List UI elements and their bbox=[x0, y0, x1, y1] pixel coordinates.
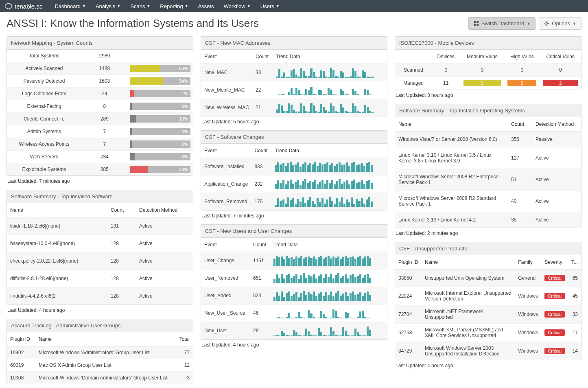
table-row[interactable]: Web Servers2348% bbox=[7, 151, 193, 163]
widget-csf-users: CSF - New Users and User Changes EventCo… bbox=[201, 224, 387, 348]
svg-rect-1 bbox=[474, 21, 476, 23]
table-row[interactable]: Linux Kernel 3.10 / Linux Kernel 3.5 / L… bbox=[395, 147, 581, 169]
last-updated: Last Updated: 4 hours ago bbox=[395, 360, 581, 368]
table-row[interactable]: Software_Removed175 bbox=[201, 193, 387, 210]
hexagon-icon bbox=[5, 2, 12, 10]
table-row[interactable]: Scanned0000 bbox=[395, 64, 581, 77]
table-row[interactable]: Logs Obtained From241% bbox=[7, 88, 193, 100]
table-row[interactable]: New_Wireless_MAC21 bbox=[201, 99, 387, 116]
trend-sparkline bbox=[276, 85, 374, 95]
widget-csf-unsupported: CSF - Unsupported Products Plugin IDName… bbox=[395, 242, 581, 368]
chevron-down-icon: ▼ bbox=[527, 22, 530, 26]
trend-sparkline bbox=[275, 196, 372, 207]
switch-dashboard-button[interactable]: Switch Dashboard ▼ bbox=[468, 17, 536, 30]
table-row[interactable]: New_Mobile_MAC22 bbox=[201, 81, 387, 99]
page-header: ANSSI I: Know the Information Systems an… bbox=[0, 12, 588, 36]
table-row[interactable]: Microsoft Windows Server 2008 R2 Standar… bbox=[395, 191, 581, 212]
table-row[interactable]: Clients Connect To28910% bbox=[7, 113, 193, 125]
table-row[interactable]: basesystem-10.0-4.el6|(none)128Active bbox=[7, 235, 193, 252]
severity-badge: Critical bbox=[544, 275, 565, 281]
chevron-down-icon: ▼ bbox=[185, 4, 188, 8]
top-navbar: tenable.sc Dashboard ▼Analysis ▼Scans ▼R… bbox=[0, 0, 588, 12]
severity-badge: Critical bbox=[544, 348, 565, 354]
table-row[interactable]: Microsoft Windows Server 2008 R2 Enterpr… bbox=[395, 169, 581, 191]
table-row[interactable]: Managed11252 bbox=[395, 77, 581, 90]
trend-sparkline bbox=[273, 273, 371, 283]
options-button[interactable]: Options ▼ bbox=[539, 17, 581, 30]
severity-badge: Critical bbox=[544, 293, 565, 299]
table-row[interactable]: Passively Detected160354% bbox=[7, 75, 193, 88]
trend-sparkline bbox=[275, 161, 372, 172]
trend-sparkline bbox=[276, 67, 374, 78]
table-row[interactable]: Wireless Access Points70% bbox=[7, 138, 193, 151]
trend-sparkline bbox=[273, 325, 371, 336]
last-updated: Last Updated: 3 hours ago bbox=[395, 90, 581, 98]
table-row[interactable]: Admin Systems70% bbox=[7, 125, 193, 138]
widget-account-tracking: Account Tracking - Administrative User G… bbox=[7, 319, 193, 388]
table-row[interactable]: Total Systems2989 bbox=[7, 50, 193, 62]
table-row[interactable]: Linux Kernel 3.13 / Linux Kernel 4.235Ac… bbox=[395, 212, 581, 228]
chevron-down-icon: ▼ bbox=[247, 4, 251, 8]
table-row[interactable]: Application_Change232 bbox=[201, 175, 387, 193]
nav-item-reporting[interactable]: Reporting ▼ bbox=[160, 3, 188, 9]
table-row[interactable]: findutils-4.4.2-6.el6|1128Active bbox=[7, 287, 193, 305]
table-row[interactable]: 84729Microsoft Windows Server 2003 Unsup… bbox=[395, 342, 581, 360]
table-row[interactable]: 60019Mac OS X Admin Group User List12 bbox=[7, 359, 193, 372]
nav-item-workflow[interactable]: Workflow ▼ bbox=[224, 3, 251, 9]
last-updated: Last Updated: 7 minutes ago bbox=[7, 176, 193, 184]
chevron-down-icon: ▼ bbox=[146, 4, 150, 8]
table-row[interactable]: Software_Installed833 bbox=[201, 158, 387, 175]
nav-item-dashboard[interactable]: Dashboard ▼ bbox=[55, 3, 86, 9]
table-row[interactable]: External-Facing80% bbox=[7, 100, 193, 113]
widget-iso-mobile: ISO/IEC27000 - Mobile Devices DevicesMed… bbox=[395, 36, 581, 98]
table-row[interactable]: diffutils-2.8.1-28.el6|(none)128Active bbox=[7, 270, 193, 287]
os-table: NameCountDetection MethodWindows Vista/7… bbox=[395, 117, 581, 228]
table-row[interactable]: Exploitable Systems88530% bbox=[7, 163, 193, 176]
table-row[interactable]: checkpolicy-2.0.22-1.el6|(none)128Active bbox=[7, 252, 193, 270]
table-row[interactable]: User_Added533 bbox=[201, 287, 387, 305]
trend-sparkline bbox=[273, 255, 371, 266]
dashboard-column-1: Network Mapping - System Counts Total Sy… bbox=[7, 36, 193, 388]
svg-rect-2 bbox=[477, 21, 479, 23]
widget-software-summary: Software Summary - Top Installed Softwar… bbox=[7, 190, 193, 313]
brand-logo[interactable]: tenable.sc bbox=[5, 2, 42, 10]
table-row[interactable]: User_Change1151 bbox=[201, 252, 387, 270]
table-row[interactable]: Windows Vista/7 or Server 2008 (Version … bbox=[395, 132, 581, 147]
table-row[interactable]: 33850Unsupported Unix Operating SystemGe… bbox=[395, 270, 581, 287]
dashboard-grid: Network Mapping - System Counts Total Sy… bbox=[0, 36, 588, 388]
nav-item-assets[interactable]: Assets bbox=[198, 3, 214, 9]
table-row[interactable]: 62758Microsoft XML Parser (MSXML) and XM… bbox=[395, 324, 581, 342]
table-row[interactable]: 72704Microsoft .NET Framework Unsupporte… bbox=[395, 305, 581, 324]
table-row[interactable]: 10902Microsoft Windows 'Administrators' … bbox=[7, 346, 193, 359]
widget-network-mapping: Network Mapping - System Counts Total Sy… bbox=[7, 36, 193, 184]
svg-rect-4 bbox=[477, 24, 479, 26]
table-row[interactable]: 10908Microsoft Windows 'Domain Administr… bbox=[7, 372, 193, 384]
last-updated: Last Updated: 5 hours ago bbox=[201, 116, 387, 125]
brand-text: tenable.sc bbox=[15, 3, 42, 10]
svg-marker-0 bbox=[6, 3, 11, 9]
page-title: ANSSI I: Know the Information Systems an… bbox=[7, 17, 259, 30]
last-updated: Last Updated: 7 minutes ago bbox=[201, 210, 387, 219]
nav-item-scans[interactable]: Scans ▼ bbox=[130, 3, 150, 9]
trend-sparkline bbox=[273, 308, 371, 318]
widget-title: CSF - Unsupported Products bbox=[395, 242, 581, 255]
nav-item-users[interactable]: Users ▼ bbox=[260, 3, 280, 9]
table-row[interactable]: Actively Scanned148850% bbox=[7, 62, 193, 75]
table-row[interactable]: 22024Microsoft Internet Explorer Unsuppo… bbox=[395, 287, 581, 305]
table-row[interactable]: User_Removed651 bbox=[201, 270, 387, 287]
table-row[interactable]: New_MAC33 bbox=[201, 64, 387, 81]
software-changes-table: EventCountTrend DataSoftware_Installed83… bbox=[201, 144, 387, 210]
table-row[interactable]: libidn-1.18-2.el6|(none)131Active bbox=[7, 217, 193, 235]
dashboard-column-3: ISO/IEC27000 - Mobile Devices DevicesMed… bbox=[395, 36, 581, 388]
dashboard-column-2: CSF - New MAC Addresses EventCountTrend … bbox=[201, 36, 387, 388]
last-updated: Last Updated: 4 hours ago bbox=[7, 305, 193, 313]
table-row[interactable]: New_User29 bbox=[201, 322, 387, 340]
svg-point-5 bbox=[546, 22, 548, 24]
severity-badge: Critical bbox=[544, 311, 565, 318]
nav-item-analysis[interactable]: Analysis ▼ bbox=[96, 3, 120, 9]
main-nav: Dashboard ▼Analysis ▼Scans ▼Reporting ▼A… bbox=[55, 3, 279, 9]
software-table: NameCountDetection Methodlibidn-1.18-2.e… bbox=[7, 203, 193, 305]
last-updated: Last Updated: 4 hours ago bbox=[201, 340, 387, 348]
table-row[interactable]: New_User_Source46 bbox=[201, 305, 387, 322]
trend-sparkline bbox=[275, 179, 372, 189]
